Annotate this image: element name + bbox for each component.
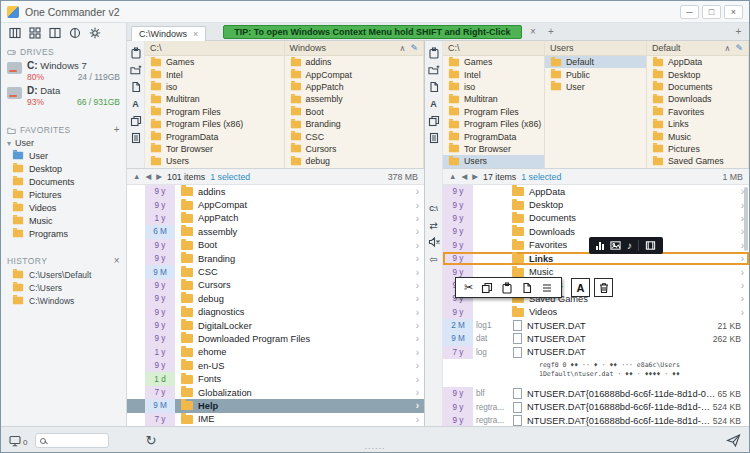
file-row[interactable]: 9 y AppCompat ›: [127, 198, 424, 211]
column-item[interactable]: Program Files (x86): [443, 118, 544, 130]
column-item[interactable]: Intel: [145, 68, 284, 80]
column-item[interactable]: Users: [443, 155, 544, 167]
file-row[interactable]: 9 M CSC ›: [127, 265, 424, 278]
column-item[interactable]: Links: [647, 118, 748, 130]
add-tab-button[interactable]: +: [545, 26, 558, 37]
history-back-icon[interactable]: ◀: [145, 172, 151, 181]
favorite-item[interactable]: Videos: [1, 201, 126, 214]
favorite-item[interactable]: Pictures: [1, 188, 126, 201]
edit-path-icon[interactable]: ✎: [410, 43, 418, 53]
column-item[interactable]: Multitran: [145, 93, 284, 105]
column-header[interactable]: C:\: [145, 41, 284, 56]
file-row[interactable]: 9 M dat NTUSER.DAT 262 KB ›: [443, 332, 749, 345]
cut-icon[interactable]: ✂: [464, 282, 473, 293]
favorite-item[interactable]: Music: [1, 214, 126, 227]
column-item[interactable]: CSC: [285, 130, 424, 142]
column-item[interactable]: Documents: [647, 81, 748, 93]
new-file-icon[interactable]: [129, 81, 142, 93]
copy-icon[interactable]: [427, 115, 440, 127]
column-header[interactable]: Users: [545, 41, 646, 56]
favorites-group[interactable]: ▾ User: [1, 137, 126, 149]
collapse-column-icon[interactable]: ∧: [400, 44, 406, 53]
paste-icon[interactable]: [129, 47, 142, 59]
clear-history-button[interactable]: ×: [114, 257, 120, 265]
column-item[interactable]: Intel: [443, 68, 544, 80]
delete-button[interactable]: [594, 278, 613, 297]
rename-text-button[interactable]: A: [571, 278, 590, 297]
console-icon[interactable]: C:\: [427, 202, 440, 214]
resize-grip[interactable]: ......: [364, 441, 385, 451]
column-item[interactable]: Public: [545, 68, 646, 80]
scroll-top-icon[interactable]: ▲: [449, 172, 456, 181]
history-forward-icon[interactable]: ▶: [472, 172, 478, 181]
file-row[interactable]: 1 y AppPatch ›: [127, 212, 424, 225]
layout-split-icon[interactable]: [48, 27, 61, 39]
column-item[interactable]: Cursors: [285, 143, 424, 155]
drive-item[interactable]: D: Data 93% 66 / 931GB: [1, 84, 126, 109]
add-tab-right-button[interactable]: +: [732, 26, 745, 37]
document-icon[interactable]: [427, 132, 440, 144]
column-item[interactable]: Multitran: [443, 93, 544, 105]
column-item[interactable]: ProgramData: [145, 130, 284, 142]
column-item[interactable]: AppPatch: [285, 81, 424, 93]
column-item[interactable]: AppCompat: [285, 68, 424, 80]
file-row[interactable]: 9 y Cursors ›: [127, 279, 424, 292]
history-back-icon[interactable]: ◀: [461, 172, 467, 181]
column-item[interactable]: assembly: [285, 93, 424, 105]
navigate-back-icon[interactable]: ⇦: [427, 253, 440, 265]
file-row[interactable]: 9 y AppData ›: [443, 185, 749, 198]
history-item[interactable]: C:\Windows: [1, 294, 126, 307]
file-row[interactable]: 9 y Videos ›: [443, 306, 749, 319]
file-row[interactable]: 1 d Fonts ›: [127, 372, 424, 385]
column-item[interactable]: Favorites: [647, 106, 748, 118]
column-item[interactable]: Program Files: [443, 106, 544, 118]
history-item[interactable]: C:\Users: [1, 281, 126, 294]
search-box[interactable]: [35, 433, 109, 448]
add-favorite-button[interactable]: +: [114, 126, 120, 134]
close-tip-button[interactable]: ×: [527, 26, 540, 37]
column-item[interactable]: addins: [285, 56, 424, 68]
column-item[interactable]: Downloads: [647, 93, 748, 105]
file-row[interactable]: 9 y blf NTUSER.DAT{016888bd-6c6f-11de-8d…: [443, 387, 749, 400]
file-row[interactable]: 7 y Globalization ›: [127, 386, 424, 399]
layout-columns-icon[interactable]: [8, 27, 21, 39]
history-forward-icon[interactable]: ▶: [156, 172, 162, 181]
column-header[interactable]: Windows ∧ ✎: [285, 41, 424, 56]
new-file-icon[interactable]: [521, 282, 533, 294]
column-header[interactable]: C:\: [443, 41, 544, 56]
copy-icon[interactable]: [481, 282, 493, 294]
file-row[interactable]: 9 y en-US ›: [127, 359, 424, 372]
image-icon[interactable]: [610, 240, 621, 251]
column-item[interactable]: Desktop: [647, 68, 748, 80]
file-row[interactable]: 1 y ehome ›: [127, 346, 424, 359]
column-item[interactable]: iso: [145, 81, 284, 93]
column-item[interactable]: AppData: [647, 56, 748, 68]
favorite-item[interactable]: Programs: [1, 227, 126, 240]
equalizer-icon[interactable]: [596, 241, 604, 250]
file-row[interactable]: 9 y Boot ›: [127, 239, 424, 252]
column-item[interactable]: Music: [647, 130, 748, 142]
minimize-button[interactable]: ─: [680, 5, 699, 19]
gear-icon[interactable]: [88, 27, 101, 39]
document-icon[interactable]: [129, 132, 142, 144]
column-item[interactable]: Tor Browser: [443, 143, 544, 155]
film-icon[interactable]: [645, 240, 656, 251]
file-row[interactable]: 9 y addins ›: [127, 185, 424, 198]
refresh-icon[interactable]: ↻: [145, 434, 156, 447]
file-row[interactable]: 6 M assembly ›: [127, 225, 424, 238]
edit-path-icon[interactable]: ✎: [735, 43, 743, 53]
layout-grid-icon[interactable]: [28, 27, 41, 39]
tab-c-windows[interactable]: C:\Windows ×: [131, 26, 206, 41]
file-row[interactable]: 9 y regtra... NTUSER.DAT{016888bd-6c6f-1…: [443, 414, 749, 426]
column-item[interactable]: debug: [285, 155, 424, 167]
list-icon[interactable]: [541, 282, 553, 294]
file-row[interactable]: 9 y Documents ›: [443, 212, 749, 225]
column-item[interactable]: Default: [545, 56, 646, 68]
history-item[interactable]: C:\Users\Default: [1, 268, 126, 281]
column-item[interactable]: Boot: [285, 106, 424, 118]
text-format-icon[interactable]: A: [129, 98, 142, 110]
scroll-top-icon[interactable]: ▲: [133, 172, 140, 181]
file-row[interactable]: 9 y regtra... NTUSER.DAT{016888bd-6c6f-1…: [443, 400, 749, 413]
column-item[interactable]: User: [545, 81, 646, 93]
column-item[interactable]: ProgramData: [443, 130, 544, 142]
